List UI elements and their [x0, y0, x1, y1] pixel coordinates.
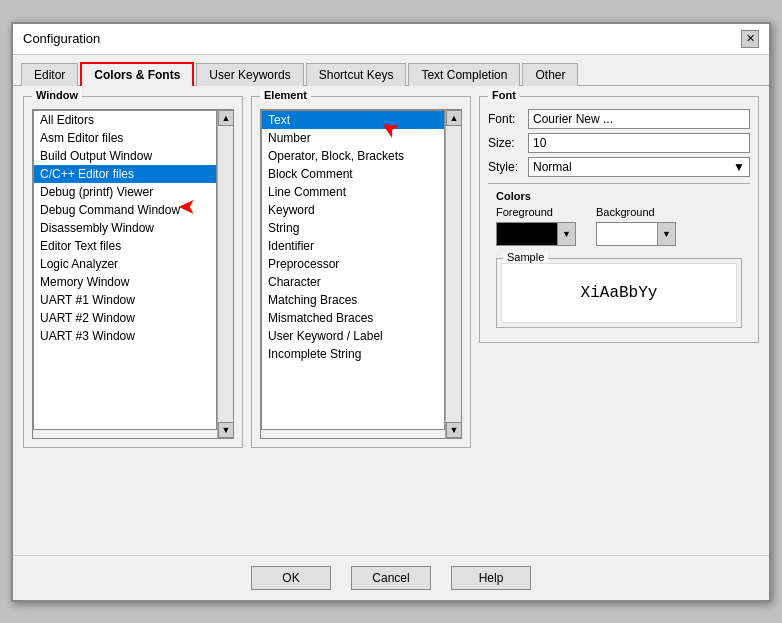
tab-shortcut-keys[interactable]: Shortcut Keys	[306, 63, 407, 86]
background-swatch-row: ▼	[596, 222, 676, 246]
cancel-button[interactable]: Cancel	[351, 566, 431, 590]
window-list-container: All EditorsAsm Editor filesBuild Output …	[32, 109, 234, 439]
font-panel-label: Font	[488, 89, 520, 101]
window-list-item[interactable]: UART #3 Window	[34, 327, 216, 345]
element-panel-wrapper: Element TextNumberOperator, Block, Brack…	[251, 96, 471, 539]
foreground-swatch-row: ▼	[496, 222, 576, 246]
font-size-row: Size: 10	[488, 133, 750, 153]
tab-colors-fonts[interactable]: Colors & Fonts	[80, 62, 194, 86]
window-list-item[interactable]: Editor Text files	[34, 237, 216, 255]
element-list[interactable]: TextNumberOperator, Block, BracketsBlock…	[261, 110, 445, 430]
tab-content-colors-fonts: Window All EditorsAsm Editor filesBuild …	[13, 86, 769, 549]
window-group: Window All EditorsAsm Editor filesBuild …	[23, 96, 243, 448]
font-name-value: Courier New ...	[528, 109, 750, 129]
element-group: Element TextNumberOperator, Block, Brack…	[251, 96, 471, 448]
window-scroll-down[interactable]: ▼	[218, 422, 234, 438]
close-button[interactable]: ✕	[741, 30, 759, 48]
sample-label: Sample	[503, 251, 548, 263]
sample-section: Sample XiAaBbYy	[496, 258, 742, 328]
window-scroll-up[interactable]: ▲	[218, 110, 234, 126]
tab-editor[interactable]: Editor	[21, 63, 78, 86]
background-col: Background ▼	[596, 206, 676, 246]
font-name-label: Font:	[488, 112, 528, 126]
window-list-item[interactable]: All Editors	[34, 111, 216, 129]
window-list[interactable]: All EditorsAsm Editor filesBuild Output …	[33, 110, 217, 430]
element-list-item[interactable]: String	[262, 219, 444, 237]
window-list-item[interactable]: UART #2 Window	[34, 309, 216, 327]
window-panel-label: Window	[32, 89, 82, 101]
window-scrollbar: ▲ ▼	[217, 110, 233, 438]
element-list-item[interactable]: Character	[262, 273, 444, 291]
element-scroll-track[interactable]	[446, 126, 461, 422]
font-size-label: Size:	[488, 136, 528, 150]
element-group-content: TextNumberOperator, Block, BracketsBlock…	[252, 97, 470, 447]
window-list-item[interactable]: UART #1 Window	[34, 291, 216, 309]
window-group-content: All EditorsAsm Editor filesBuild Output …	[24, 97, 242, 447]
background-dropdown-btn[interactable]: ▼	[657, 223, 675, 245]
element-list-item[interactable]: Mismatched Braces	[262, 309, 444, 327]
font-colors-divider	[488, 183, 750, 184]
sample-text: XiAaBbYy	[501, 263, 737, 323]
tab-text-completion[interactable]: Text Completion	[408, 63, 520, 86]
foreground-col: Foreground ▼	[496, 206, 576, 246]
colors-section-label: Colors	[496, 190, 742, 202]
window-list-item[interactable]: Debug (printf) Viewer	[34, 183, 216, 201]
window-list-item[interactable]: C/C++ Editor files	[34, 165, 216, 183]
element-panel-label: Element	[260, 89, 311, 101]
element-list-item[interactable]: Block Comment	[262, 165, 444, 183]
background-color-swatch[interactable]	[597, 223, 657, 245]
foreground-dropdown-btn[interactable]: ▼	[557, 223, 575, 245]
help-button[interactable]: Help	[451, 566, 531, 590]
element-list-item[interactable]: Preprocessor	[262, 255, 444, 273]
window-scroll-track[interactable]	[218, 126, 233, 422]
ok-button[interactable]: OK	[251, 566, 331, 590]
font-style-dropdown-icon: ▼	[733, 160, 745, 174]
font-size-value[interactable]: 10	[528, 133, 750, 153]
window-list-item[interactable]: Logic Analyzer	[34, 255, 216, 273]
element-list-item[interactable]: Keyword	[262, 201, 444, 219]
element-list-item[interactable]: Text	[262, 111, 444, 129]
tab-other[interactable]: Other	[522, 63, 578, 86]
dialog-title: Configuration	[23, 31, 100, 46]
element-list-item[interactable]: Operator, Block, Brackets	[262, 147, 444, 165]
font-group: Font Font: Courier New ... Size: 10	[479, 96, 759, 343]
element-scrollbar: ▲ ▼	[445, 110, 461, 438]
window-list-item[interactable]: Memory Window	[34, 273, 216, 291]
font-name-row: Font: Courier New ...	[488, 109, 750, 129]
font-panel-wrapper: Font Font: Courier New ... Size: 10	[479, 96, 759, 539]
element-list-item[interactable]: Incomplete String	[262, 345, 444, 363]
element-list-item[interactable]: Number	[262, 129, 444, 147]
element-list-item[interactable]: Matching Braces	[262, 291, 444, 309]
window-panel-wrapper: Window All EditorsAsm Editor filesBuild …	[23, 96, 243, 539]
window-list-item[interactable]: Asm Editor files	[34, 129, 216, 147]
font-style-label: Style:	[488, 160, 528, 174]
font-style-row: Style: Normal ▼	[488, 157, 750, 177]
background-label: Background	[596, 206, 655, 218]
font-style-select[interactable]: Normal ▼	[528, 157, 750, 177]
tab-user-keywords[interactable]: User Keywords	[196, 63, 303, 86]
panels-row: Window All EditorsAsm Editor filesBuild …	[23, 96, 759, 539]
element-list-container: TextNumberOperator, Block, BracketsBlock…	[260, 109, 462, 439]
colors-section: Colors Foreground ▼	[488, 190, 750, 252]
bottom-buttons: OK Cancel Help	[13, 555, 769, 600]
foreground-label: Foreground	[496, 206, 553, 218]
element-list-item[interactable]: Identifier	[262, 237, 444, 255]
element-scroll-up[interactable]: ▲	[446, 110, 462, 126]
foreground-color-swatch[interactable]	[497, 223, 557, 245]
element-scroll-down[interactable]: ▼	[446, 422, 462, 438]
font-style-value: Normal	[533, 160, 572, 174]
window-list-item[interactable]: Debug Command Window	[34, 201, 216, 219]
font-group-content: Font: Courier New ... Size: 10 Style:	[480, 97, 758, 342]
colors-row: Foreground ▼ Background	[496, 206, 742, 246]
element-list-item[interactable]: User Keyword / Label	[262, 327, 444, 345]
configuration-dialog: Configuration ✕ Editor Colors & Fonts Us…	[11, 22, 771, 602]
window-list-item[interactable]: Build Output Window	[34, 147, 216, 165]
tab-bar: Editor Colors & Fonts User Keywords Shor…	[13, 55, 769, 86]
title-bar: Configuration ✕	[13, 24, 769, 55]
element-list-item[interactable]: Line Comment	[262, 183, 444, 201]
window-list-item[interactable]: Disassembly Window	[34, 219, 216, 237]
